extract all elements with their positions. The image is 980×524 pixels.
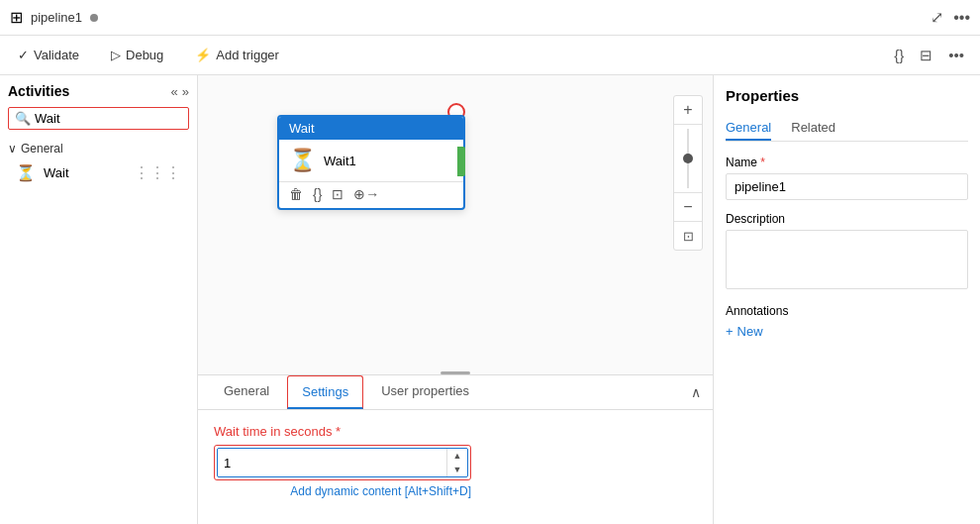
tab-general-label: General [224,383,269,398]
wait-node-actions: 🗑 {} ⊡ ⊕→ [279,181,463,208]
code-icon[interactable]: {} [313,186,322,202]
delete-icon[interactable]: 🗑 [289,186,303,202]
wait-node-title: Wait [289,121,315,136]
dynamic-content-link[interactable]: Add dynamic content [Alt+Shift+D] [214,484,471,498]
add-trigger-label: Add trigger [216,48,279,62]
name-input[interactable] [726,173,968,200]
sidebar-title: Activities [8,83,69,99]
description-label: Description [726,212,968,226]
validate-label: Validate [34,48,79,62]
annotations-label: Annotations [726,304,968,318]
debug-button[interactable]: ▷ Debug [105,44,169,66]
wait-time-label: Wait time in seconds * [214,424,697,439]
trigger-icon: ⚡ [195,48,211,62]
zoom-in-button[interactable]: + [674,96,702,124]
collapse-left-icon[interactable]: « [171,84,178,99]
debug-label: Debug [126,48,163,62]
more-options-icon[interactable]: ••• [953,9,970,27]
canvas-area: Wait ⏳ Wait1 🗑 {} ⊡ ⊕→ + [198,75,713,524]
tab-settings[interactable]: Settings [287,375,363,409]
props-tab-general-label: General [726,120,771,135]
validate-button[interactable]: ✓ Validate [12,44,85,66]
scroll-indicator [441,371,470,374]
name-field: Name * [726,156,968,200]
unsaved-dot [90,14,98,22]
name-required: * [760,156,765,169]
bottom-tabs: General Settings User properties ∧ [198,375,713,410]
zoom-controls: + − ⊡ [673,95,703,251]
arrow-icon[interactable]: ⊕→ [353,186,379,202]
collapse-right-icon[interactable]: » [182,84,189,99]
required-marker: * [332,424,341,439]
wait-node[interactable]: Wait ⏳ Wait1 🗑 {} ⊡ ⊕→ [277,115,465,210]
tab-settings-label: Settings [302,384,348,399]
wait-time-field: Wait time in seconds * ▲ ▼ Add dynamic c… [214,424,697,498]
search-input[interactable] [35,111,182,126]
table-view-button[interactable]: ⊟ [916,43,936,68]
spinner-up-button[interactable]: ▲ [447,449,467,463]
zoom-slider-thumb [683,154,693,163]
zoom-slider[interactable] [687,129,689,188]
toolbar-right: {} ⊟ ••• [890,43,968,68]
toolbar-left: ✓ Validate ▷ Debug ⚡ Add trigger [12,44,285,66]
zoom-out-button[interactable]: − [674,193,702,221]
pipeline-icon: ⊞ [10,8,23,27]
wait-node-icon: ⏳ [289,148,316,173]
category-label: General [21,142,63,156]
wait-node-success-bar [457,147,465,176]
top-bar: ⊞ pipeline1 ⤢ ••• [0,0,980,36]
category-general[interactable]: ∨ General [8,142,189,156]
validate-check-icon: ✓ [18,48,29,62]
wait-activity-icon: ⏳ [16,163,36,182]
sidebar: Activities « » 🔍 ∨ General ⏳ Wait ⋮⋮⋮ [0,75,198,524]
bottom-panel-collapse[interactable]: ∧ [691,384,701,400]
name-label: Name * [726,156,968,169]
activity-item-dots[interactable]: ⋮⋮⋮ [134,163,181,182]
wait-time-spinner: ▲ ▼ [446,449,467,476]
description-textarea[interactable] [726,230,968,289]
sidebar-collapse-icons[interactable]: « » [171,84,189,99]
bottom-content: Wait time in seconds * ▲ ▼ Add dynamic c… [198,410,713,524]
search-box: 🔍 [8,107,189,130]
code-view-button[interactable]: {} [890,43,908,67]
plus-icon: + [726,324,734,339]
props-tab-general[interactable]: General [726,116,771,141]
copy-icon[interactable]: ⊡ [332,186,343,202]
top-bar-left: ⊞ pipeline1 [10,8,98,27]
more-toolbar-button[interactable]: ••• [944,43,968,67]
annotations-section: Annotations + New [726,304,968,339]
zoom-divider [674,124,702,125]
chevron-down-icon: ∨ [8,142,17,156]
bottom-tabs-left: General Settings User properties [210,375,487,409]
search-icon: 🔍 [15,111,31,126]
add-new-label: New [737,324,763,339]
description-field: Description [726,212,968,292]
zoom-fit-button[interactable]: ⊡ [674,222,702,250]
properties-panel: Properties General Related Name * Descri… [713,75,980,524]
debug-play-icon: ▷ [111,48,121,62]
wait-node-header: Wait [279,117,463,140]
canvas[interactable]: Wait ⏳ Wait1 🗑 {} ⊡ ⊕→ + [198,75,713,374]
wait-time-wrapper: ▲ ▼ [214,445,471,480]
activity-item-wait[interactable]: ⏳ Wait ⋮⋮⋮ [8,159,189,186]
wait-activity-label: Wait [44,165,69,180]
properties-title: Properties [726,87,968,104]
tab-user-properties-label: User properties [381,383,469,398]
toolbar: ✓ Validate ▷ Debug ⚡ Add trigger {} ⊟ ••… [0,36,980,75]
wait-time-field-inner: ▲ ▼ [217,448,468,477]
expand-icon[interactable]: ⤢ [931,8,943,27]
props-tab-related[interactable]: Related [791,116,835,141]
wait-node-label: Wait1 [324,154,356,168]
properties-tabs: General Related [726,116,968,142]
add-annotation-button[interactable]: + New [726,324,763,339]
pipeline-title: pipeline1 [31,10,82,25]
spinner-down-button[interactable]: ▼ [447,463,467,476]
add-trigger-button[interactable]: ⚡ Add trigger [189,44,285,66]
bottom-panel: General Settings User properties ∧ Wait … [198,374,713,524]
sidebar-header: Activities « » [8,83,189,99]
tab-general[interactable]: General [210,375,283,409]
main-layout: Activities « » 🔍 ∨ General ⏳ Wait ⋮⋮⋮ [0,75,980,524]
wait-time-input[interactable] [218,452,446,474]
tab-user-properties[interactable]: User properties [367,375,483,409]
wait-node-body: ⏳ Wait1 [279,140,463,181]
